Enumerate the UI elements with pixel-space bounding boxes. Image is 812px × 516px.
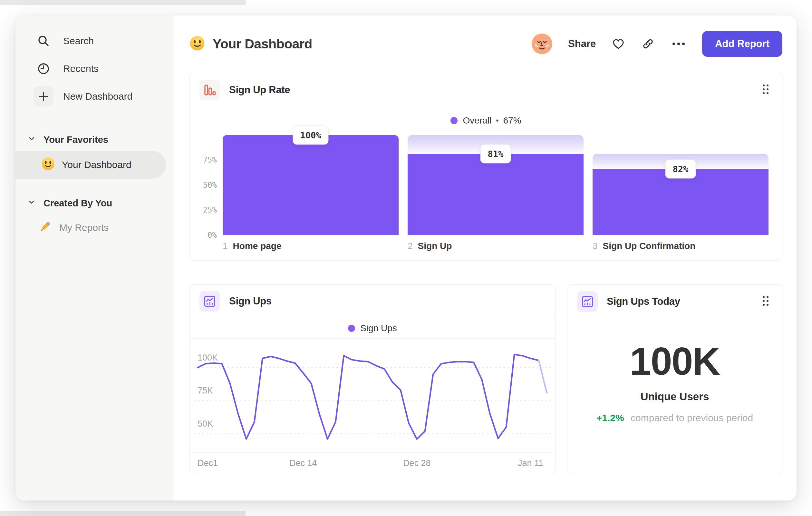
smiley-emoji-icon	[41, 157, 55, 173]
sign-up-rate-card: Sign Up Rate Overall • 67% 75%50%25%0%	[190, 73, 782, 261]
dashboard-header: Your Dashboard Share	[190, 30, 782, 57]
legend-series-name: Overall	[463, 115, 491, 126]
line-x-label: Dec 14	[289, 458, 317, 468]
funnel-bar-home-page[interactable]: 100%	[223, 135, 399, 235]
legend-series-name: Sign Ups	[360, 323, 397, 333]
sidebar-item-new-dashboard[interactable]: New Dashboard	[16, 83, 173, 110]
line-y-label: 75K	[198, 386, 213, 396]
card-title: Sign Ups	[229, 295, 272, 307]
line-x-label: Dec 28	[403, 458, 431, 468]
sidebar-item-label: Your Dashboard	[62, 159, 132, 170]
sidebar-section-your-favorites[interactable]: Your Favorites	[16, 128, 173, 151]
chevron-down-icon	[27, 198, 36, 209]
drag-handle-icon[interactable]	[759, 292, 772, 311]
legend-overall-value: 67%	[503, 115, 521, 126]
drag-handle-icon[interactable]	[759, 81, 772, 99]
funnel-bar-sign-up-confirmation[interactable]: 82%	[592, 135, 768, 235]
clock-icon	[33, 59, 54, 79]
legend-dot	[451, 117, 458, 124]
funnel-bar-sign-up[interactable]: 81%	[408, 135, 584, 235]
funnel-chart-icon	[199, 80, 220, 100]
app-window: Search Recents New Dashboard Your Favori…	[16, 16, 796, 500]
card-title: Sign Up Rate	[229, 84, 290, 96]
sidebar-section-label: Your Favorites	[44, 134, 108, 145]
sidebar-item-search[interactable]: Search	[16, 27, 173, 55]
background-window-edge-top	[0, 0, 245, 5]
line-chart-icon	[577, 291, 598, 312]
smiley-emoji-icon	[190, 35, 205, 52]
funnel-step-labels: 1 Home page 2 Sign Up 3 Sign Up Confirma…	[223, 235, 768, 260]
line-x-label: Jan 11	[518, 458, 543, 468]
page-title: Your Dashboard	[213, 36, 312, 52]
line-chart-icon	[199, 291, 220, 311]
user-avatar[interactable]	[531, 33, 553, 55]
funnel-y-tick: 50%	[203, 181, 217, 190]
sign-ups-card: Sign Ups Sign Ups 100K75K50K Dec1Dec 14D…	[190, 284, 555, 474]
funnel-bar-fill	[223, 135, 399, 235]
sidebar-item-label: Recents	[63, 63, 98, 74]
line-plot[interactable]: 100K75K50K	[194, 338, 551, 452]
sidebar: Search Recents New Dashboard Your Favori…	[16, 16, 173, 500]
line-legend[interactable]: Sign Ups	[190, 318, 555, 338]
background-window-edge-bottom	[0, 511, 245, 516]
line-y-label: 100K	[198, 353, 218, 363]
line-x-label: Dec1	[198, 458, 218, 468]
pencil-emoji-icon	[38, 220, 52, 236]
chevron-down-icon	[27, 134, 36, 145]
delta-percent: +1.2%	[597, 412, 624, 423]
sidebar-item-label: Search	[63, 35, 94, 47]
favorite-heart-icon[interactable]	[611, 37, 626, 51]
sidebar-item-label: New Dashboard	[63, 91, 133, 102]
stat-metric-label: Unique Users	[568, 390, 782, 403]
share-button[interactable]: Share	[568, 38, 596, 50]
funnel-y-tick: 75%	[203, 156, 217, 164]
plus-icon	[33, 86, 54, 106]
funnel-bar-fill	[592, 169, 768, 235]
delta-note: compared to previous period	[631, 412, 753, 423]
sign-ups-trend-line	[194, 343, 551, 452]
funnel-y-tick: 0%	[207, 230, 217, 240]
copy-link-icon[interactable]	[641, 37, 655, 51]
sign-ups-today-card: Sign Ups Today 100K Unique Users +1.2% c…	[567, 284, 782, 474]
funnel-y-axis: 75%50%25%0%	[196, 135, 217, 235]
legend-dot	[348, 325, 355, 332]
funnel-value-badge: 81%	[481, 144, 511, 164]
sidebar-item-my-reports[interactable]: My Reports	[16, 218, 173, 237]
legend-separator: •	[496, 116, 498, 125]
funnel-value-badge: 82%	[665, 159, 696, 178]
funnel-legend[interactable]: Overall • 67%	[190, 107, 782, 134]
funnel-step-label: 1 Home page	[223, 241, 399, 251]
stat-delta: +1.2% compared to previous period	[568, 412, 782, 424]
add-report-button[interactable]: Add Report	[702, 31, 782, 57]
line-y-label: 50K	[198, 419, 213, 429]
sidebar-section-created-by-you[interactable]: Created By You	[16, 193, 173, 213]
sidebar-section-label: Created By You	[44, 198, 112, 209]
more-options-icon[interactable]	[671, 37, 687, 51]
main-content: Your Dashboard Share	[173, 16, 796, 500]
stat-value: 100K	[568, 339, 782, 383]
funnel-y-tick: 25%	[203, 206, 217, 214]
sidebar-item-label: My Reports	[59, 222, 109, 233]
line-x-axis: Dec1Dec 14Dec 28Jan 11	[194, 453, 551, 473]
funnel-bars: 100% 81% 82%	[223, 135, 768, 235]
stat-body: 100K Unique Users +1.2% compared to prev…	[568, 339, 782, 424]
sidebar-item-your-dashboard[interactable]: Your Dashboard	[16, 151, 166, 179]
sidebar-item-recents[interactable]: Recents	[16, 55, 173, 83]
funnel-bar-fill	[408, 154, 584, 235]
funnel-step-label: 2 Sign Up	[408, 241, 584, 251]
search-icon	[33, 31, 54, 51]
funnel-step-label: 3 Sign Up Confirmation	[592, 241, 768, 251]
funnel-value-badge: 100%	[293, 126, 328, 144]
card-title: Sign Ups Today	[607, 296, 680, 307]
